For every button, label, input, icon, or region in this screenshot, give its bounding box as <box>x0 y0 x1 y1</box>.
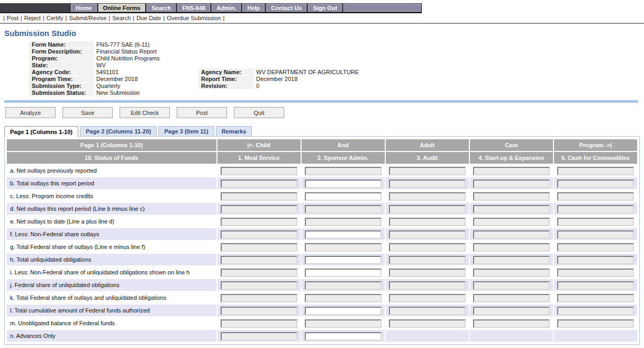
header-divider <box>0 23 644 24</box>
grid-cell <box>217 305 301 316</box>
info-label-revision: Revision: <box>198 83 253 90</box>
grid-cell <box>302 292 385 304</box>
grid-input-j-col5 <box>557 281 634 290</box>
grid-input-l-col4 <box>473 307 550 315</box>
grid-input-n-col1 <box>221 332 297 341</box>
grid-cell <box>302 165 385 176</box>
grid-cell <box>554 241 637 253</box>
grid-cell <box>302 266 385 278</box>
info-label-report-time: Report Time: <box>198 76 253 83</box>
grid-input-f-col2[interactable] <box>305 230 382 239</box>
grid-row-m: m. Unobligated balance of Federal funds <box>7 317 637 329</box>
tab-page-3-item-11[interactable]: Page 3 (Item 11) <box>158 126 214 136</box>
nav-tab-home[interactable]: Home <box>71 4 97 12</box>
nav-tab-sign-out[interactable]: Sign Out <box>308 4 342 12</box>
grid-cell <box>302 216 385 227</box>
submenu-link-due-date[interactable]: Due Date <box>137 15 161 21</box>
grid-header-program: Program ->| <box>554 139 637 151</box>
grid-row-h: h. Total unliquidated obligations <box>7 254 637 265</box>
grid-cell <box>302 254 385 265</box>
info-label-submission-status: Submission Status: <box>29 90 94 96</box>
row-label: b. Total outlays this report period <box>7 177 216 189</box>
grid-cell <box>217 177 301 189</box>
row-label: e. Net outlays to date (Line a plus line… <box>7 216 216 227</box>
grid-cell <box>470 203 553 215</box>
submenu-link-certify[interactable]: Certify <box>47 15 64 21</box>
grid-input-i-col2[interactable] <box>305 269 382 277</box>
grid-input-l-col2[interactable] <box>305 307 382 315</box>
grid-cell <box>217 292 301 304</box>
submenu-link-search[interactable]: Search <box>112 15 131 21</box>
grid-input-c-col5 <box>557 192 634 201</box>
grid-input-c-col2[interactable] <box>305 192 382 201</box>
grid-cell <box>302 190 385 202</box>
grid-input-n-col2[interactable] <box>305 332 382 341</box>
submenu-separator: | <box>66 15 67 21</box>
info-label-submission-type: Submission Type: <box>29 83 94 90</box>
grid-header-2-sponsor-admin: 2. Sponsor Admin. <box>302 152 385 164</box>
tab-page-1-columns-1-10[interactable]: Page 1 (Columns 1-10) <box>4 126 78 137</box>
grid-input-k-col3 <box>389 294 466 302</box>
grid-cell <box>386 241 469 253</box>
grid-input-b-col5 <box>557 180 634 188</box>
grid-input-f-col1 <box>221 230 297 239</box>
grid-input-e-col5 <box>557 218 634 226</box>
grid-header-care: Care <box>470 139 553 151</box>
tab-page-2-columns-11-20[interactable]: Page 2 (Columns 11-20) <box>80 126 157 136</box>
nav-tab-help[interactable]: Help <box>242 4 265 12</box>
grid-input-b-col2[interactable] <box>305 180 382 188</box>
grid-input-e-col1 <box>221 218 297 226</box>
nav-tab-fns-648[interactable]: FNS-648 <box>177 4 210 12</box>
grid-cell <box>470 190 553 202</box>
submenu-link-overdue-submission[interactable]: Overdue Submission <box>167 15 221 21</box>
nav-tab-search[interactable]: Search <box>147 4 176 12</box>
submenu-separator: | <box>223 15 224 21</box>
grid-cell <box>386 330 469 342</box>
info-value: Child Nutrition Programs <box>94 55 198 62</box>
submenu-separator: | <box>163 15 165 21</box>
submenu-link-post[interactable]: Post <box>7 15 19 21</box>
row-label: f. Less: Non-Federal share outlays <box>7 228 216 240</box>
grid-input-l-col5 <box>557 307 634 315</box>
info-empty-cell <box>253 55 582 62</box>
grid-cell <box>217 317 301 329</box>
grid-row-b: b. Total outlays this report period <box>7 177 637 189</box>
grid-cell <box>302 279 385 291</box>
post-button[interactable]: Post <box>177 107 227 118</box>
grid-cell <box>386 228 469 240</box>
grid-input-h-col2[interactable] <box>305 256 382 264</box>
grid-cell <box>470 266 553 278</box>
submenu-link-reject[interactable]: Reject <box>24 15 41 21</box>
edit-check-button[interactable]: Edit Check <box>120 107 170 118</box>
grid-row-f: f. Less: Non-Federal share outlays <box>7 228 637 240</box>
nav-filler <box>343 4 421 12</box>
submenu-link-submit-revise[interactable]: Submit/Revise <box>69 15 106 21</box>
grid-input-d-col5 <box>557 205 634 213</box>
tab-remarks[interactable]: Remarks <box>216 126 252 136</box>
grid-input-f-col3 <box>389 230 466 239</box>
row-label: m. Unobligated balance of Federal funds <box>7 317 216 329</box>
grid-row-l: l. Total cumulative amount of Federal fu… <box>7 305 637 316</box>
grid-header-row: Page 1 (Columns 1-10)|<- ChildAndAdultCa… <box>7 139 637 151</box>
grid-input-e-col2 <box>305 218 382 226</box>
grid-input-d-col2 <box>305 205 382 213</box>
nav-tab-admin[interactable]: Admin. <box>212 4 241 12</box>
grid-input-g-col4 <box>473 243 550 252</box>
info-row: State:WV <box>29 62 582 69</box>
info-value: WV <box>94 62 198 69</box>
grid-input-k-col4 <box>473 294 550 302</box>
grid-input-d-col3 <box>389 205 466 213</box>
nav-tab-online-forms[interactable]: Online Forms <box>98 4 146 12</box>
grid-cell <box>302 305 385 316</box>
save-button[interactable]: Save <box>62 107 113 118</box>
grid-input-m-col3 <box>389 319 466 328</box>
grid-row-d: d. Net outlays this report period (Line … <box>7 203 637 215</box>
analyze-button[interactable]: Analyze <box>5 107 56 118</box>
info-value: Quarterly <box>94 83 198 90</box>
quit-button[interactable]: Quit <box>234 107 284 118</box>
info-value: WV DEPARTMENT OF AGRICULTURE <box>253 69 582 76</box>
nav-tab-contact-us[interactable]: Contact Us <box>266 4 306 12</box>
info-label-state: State: <box>29 62 94 69</box>
grid-cell <box>217 203 301 215</box>
row-label: k. Total Federal share of outlays and un… <box>7 292 216 304</box>
